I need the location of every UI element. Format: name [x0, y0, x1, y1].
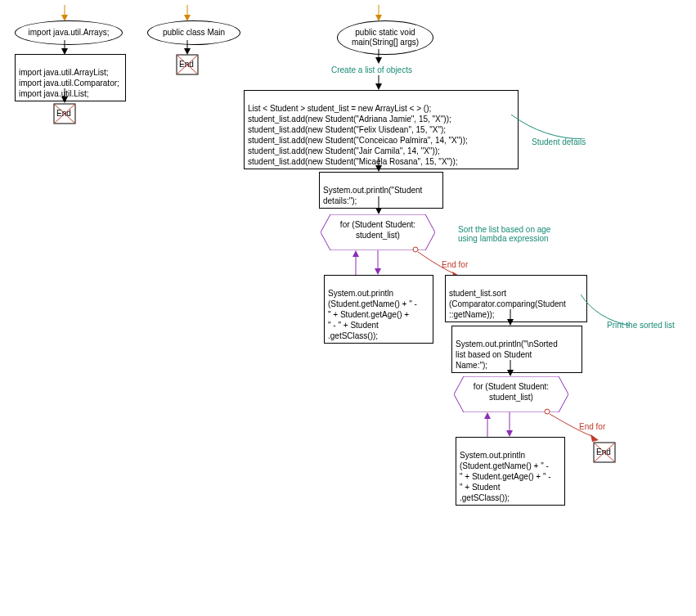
svg-marker-34 — [507, 319, 514, 326]
for-loop-1: for (Student Student: student_list) — [321, 214, 435, 250]
hex-label: for (Student Student: student_list) — [321, 214, 435, 245]
for-loop-2: for (Student Student: student_list) — [454, 376, 568, 412]
arrow-icon — [374, 157, 384, 172]
ellipse-label: public static void main(String[] args) — [352, 28, 419, 47]
end-label: End — [179, 60, 194, 69]
svg-marker-36 — [507, 370, 514, 376]
arrow-icon — [505, 412, 514, 437]
end-node-1: End — [53, 103, 76, 124]
annot-print-sorted: Print the sorted list — [607, 321, 675, 330]
arrow-icon — [505, 309, 515, 326]
loopback-arrow-icon — [351, 250, 361, 275]
svg-marker-42 — [484, 412, 491, 419]
svg-marker-5 — [61, 97, 68, 103]
box-text: System.out.println (Student.getName() + … — [328, 289, 417, 340]
svg-marker-39 — [506, 430, 513, 437]
box-text: System.out.println (Student.getName() + … — [460, 451, 551, 502]
import-list-box: import java.util.ArrayList; import java.… — [15, 54, 126, 101]
svg-marker-25 — [375, 208, 382, 214]
arrow-icon — [505, 360, 515, 376]
annot-create-list: Create a list of objects — [331, 65, 412, 74]
arrow-icon — [182, 5, 192, 21]
svg-marker-28 — [375, 268, 381, 275]
box-text: List < Student > student_list = new Arra… — [248, 104, 468, 166]
public-class-ellipse: public class Main — [147, 20, 240, 45]
arrow-icon — [182, 40, 192, 55]
svg-marker-19 — [375, 57, 382, 64]
end-node-3: End — [593, 442, 616, 463]
end-for-label-1: End for — [442, 260, 468, 269]
svg-point-40 — [545, 409, 550, 414]
arrow-icon — [373, 250, 383, 275]
ellipse-label: import java.util.Arrays; — [29, 28, 110, 38]
arrow-icon — [374, 49, 384, 64]
end-label: End — [56, 109, 71, 118]
main-ellipse: public static void main(String[] args) — [337, 20, 433, 55]
svg-marker-41 — [590, 434, 599, 442]
svg-marker-31 — [352, 250, 359, 257]
curve-connector — [511, 115, 585, 139]
print-sorted-label: System.out.println("\nSorted list based … — [451, 326, 582, 373]
end-for-label-2: End for — [579, 422, 605, 431]
box-text: System.out.println("Student details:"); — [323, 186, 422, 205]
svg-marker-23 — [375, 165, 382, 172]
arrow-icon — [60, 5, 70, 21]
arrow-icon — [374, 75, 384, 90]
sort-box: student_list.sort (Comparator.comparing(… — [445, 275, 587, 322]
arrow-icon — [374, 5, 384, 21]
loopback-arrow-icon — [483, 412, 492, 437]
hex-label: for (Student Student: student_list) — [454, 376, 568, 407]
svg-marker-21 — [375, 83, 382, 90]
annot-student-details: Student details — [532, 137, 586, 146]
end-node-2: End — [176, 54, 199, 75]
arrow-icon — [60, 88, 70, 103]
print-student-loop1: System.out.println (Student.getName() + … — [324, 275, 433, 344]
end-label: End — [596, 447, 611, 456]
print-student-loop2: System.out.println (Student.getName() + … — [456, 437, 565, 506]
arrow-icon — [374, 196, 384, 214]
ellipse-label: public class Main — [163, 28, 225, 38]
annot-sort-lambda: Sort the list based on age using lambda … — [458, 225, 550, 243]
svg-point-29 — [413, 247, 418, 252]
arrow-icon — [60, 40, 70, 55]
